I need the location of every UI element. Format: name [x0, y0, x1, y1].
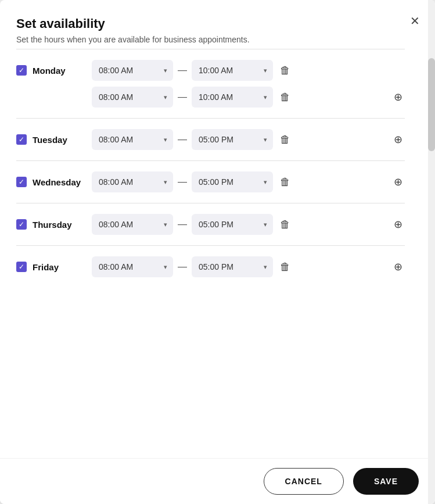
- checkbox-check-wednesday: ✓: [19, 178, 24, 185]
- day-label-area-tuesday: ✓Tuesday: [16, 134, 92, 145]
- delete-row-button-friday-0[interactable]: 🗑: [278, 259, 293, 276]
- checkbox-thursday[interactable]: ✓: [16, 219, 27, 230]
- day-row-tuesday-0: ✓Tuesday08:00 AM▾—05:00 PM▾🗑⊕: [16, 129, 405, 150]
- time-dash-thursday-0: —: [178, 219, 187, 230]
- end-time-wrapper-monday-1: 10:00 AM▾: [192, 87, 273, 108]
- modal-footer: CANCEL SAVE: [0, 458, 435, 504]
- close-button[interactable]: ✕: [408, 13, 422, 29]
- day-name-monday: Monday: [33, 66, 66, 76]
- time-dash-wednesday-0: —: [178, 177, 187, 187]
- modal-title: Set availability: [16, 16, 419, 31]
- start-time-wrapper-monday-0: 08:00 AM▾: [92, 60, 173, 81]
- checkbox-check-tuesday: ✓: [19, 136, 24, 143]
- time-controls-monday-1: 08:00 AM▾—10:00 AM▾🗑⊕: [92, 87, 405, 108]
- start-time-wrapper-friday-0: 08:00 AM▾: [92, 256, 173, 277]
- checkbox-check-friday: ✓: [19, 263, 24, 270]
- add-row-button-wednesday[interactable]: ⊕: [391, 173, 405, 191]
- day-name-friday: Friday: [33, 262, 59, 272]
- set-availability-modal: Set availability Set the hours when you …: [0, 0, 435, 504]
- modal-subtitle: Set the hours when you are available for…: [16, 35, 419, 44]
- day-section-thursday: ✓Thursday08:00 AM▾—05:00 PM▾🗑⊕: [16, 203, 405, 245]
- day-label-area-wednesday: ✓Wednesday: [16, 177, 92, 187]
- end-time-select-monday-1[interactable]: 10:00 AM: [192, 87, 273, 108]
- day-name-wednesday: Wednesday: [33, 177, 81, 187]
- delete-row-button-monday-1[interactable]: 🗑: [278, 89, 293, 106]
- day-label-area-thursday: ✓Thursday: [16, 219, 92, 230]
- add-row-button-monday[interactable]: ⊕: [391, 88, 405, 106]
- start-time-wrapper-thursday-0: 08:00 AM▾: [92, 214, 173, 235]
- time-dash-monday-0: —: [178, 65, 187, 76]
- day-section-wednesday: ✓Wednesday08:00 AM▾—05:00 PM▾🗑⊕: [16, 160, 405, 203]
- checkbox-check-thursday: ✓: [19, 221, 24, 228]
- add-row-button-thursday[interactable]: ⊕: [391, 216, 405, 233]
- time-dash-tuesday-0: —: [178, 134, 187, 145]
- day-section-friday: ✓Friday08:00 AM▾—05:00 PM▾🗑⊕: [16, 245, 405, 288]
- day-row-monday-1: 08:00 AM▾—10:00 AM▾🗑⊕: [16, 87, 405, 108]
- time-controls-wednesday-0: 08:00 AM▾—05:00 PM▾🗑⊕: [92, 171, 405, 192]
- delete-row-button-tuesday-0[interactable]: 🗑: [278, 131, 293, 148]
- end-time-select-wednesday-0[interactable]: 05:00 PM: [192, 171, 273, 192]
- checkbox-check-monday: ✓: [19, 67, 24, 74]
- modal-header: Set availability Set the hours when you …: [0, 0, 435, 49]
- start-time-select-friday-0[interactable]: 08:00 AM: [92, 256, 173, 277]
- time-controls-tuesday-0: 08:00 AM▾—05:00 PM▾🗑⊕: [92, 129, 405, 150]
- delete-row-button-thursday-0[interactable]: 🗑: [278, 216, 293, 233]
- day-section-monday: ✓Monday08:00 AM▾—10:00 AM▾🗑08:00 AM▾—10:…: [16, 49, 405, 118]
- end-time-select-friday-0[interactable]: 05:00 PM: [192, 256, 273, 277]
- checkbox-friday[interactable]: ✓: [16, 262, 27, 272]
- time-controls-friday-0: 08:00 AM▾—05:00 PM▾🗑⊕: [92, 256, 405, 277]
- checkbox-tuesday[interactable]: ✓: [16, 134, 27, 145]
- day-row-monday-0: ✓Monday08:00 AM▾—10:00 AM▾🗑: [16, 60, 405, 81]
- end-time-select-monday-0[interactable]: 10:00 AM: [192, 60, 273, 81]
- time-dash-friday-0: —: [178, 262, 187, 272]
- start-time-select-monday-1[interactable]: 08:00 AM: [92, 87, 173, 108]
- checkbox-monday[interactable]: ✓: [16, 65, 27, 76]
- time-dash-monday-1: —: [178, 92, 187, 102]
- day-name-tuesday: Tuesday: [33, 135, 67, 145]
- day-name-thursday: Thursday: [33, 220, 72, 230]
- end-time-wrapper-wednesday-0: 05:00 PM▾: [192, 171, 273, 192]
- time-controls-thursday-0: 08:00 AM▾—05:00 PM▾🗑⊕: [92, 214, 405, 235]
- day-row-friday-0: ✓Friday08:00 AM▾—05:00 PM▾🗑⊕: [16, 256, 405, 277]
- day-row-wednesday-0: ✓Wednesday08:00 AM▾—05:00 PM▾🗑⊕: [16, 171, 405, 192]
- end-time-wrapper-monday-0: 10:00 AM▾: [192, 60, 273, 81]
- scrollbar-thumb[interactable]: [428, 58, 435, 151]
- end-time-select-thursday-0[interactable]: 05:00 PM: [192, 214, 273, 235]
- day-label-area-friday: ✓Friday: [16, 262, 92, 272]
- checkbox-wednesday[interactable]: ✓: [16, 177, 27, 187]
- start-time-select-tuesday-0[interactable]: 08:00 AM: [92, 129, 173, 150]
- add-row-button-tuesday[interactable]: ⊕: [391, 131, 405, 148]
- cancel-button[interactable]: CANCEL: [264, 468, 344, 495]
- start-time-wrapper-monday-1: 08:00 AM▾: [92, 87, 173, 108]
- start-time-wrapper-wednesday-0: 08:00 AM▾: [92, 171, 173, 192]
- delete-row-button-wednesday-0[interactable]: 🗑: [278, 174, 293, 191]
- save-button[interactable]: SAVE: [353, 468, 419, 495]
- day-label-area-monday: ✓Monday: [16, 65, 92, 76]
- day-section-tuesday: ✓Tuesday08:00 AM▾—05:00 PM▾🗑⊕: [16, 118, 405, 160]
- add-row-button-friday[interactable]: ⊕: [391, 258, 405, 276]
- days-content: ✓Monday08:00 AM▾—10:00 AM▾🗑08:00 AM▾—10:…: [0, 49, 428, 458]
- end-time-wrapper-friday-0: 05:00 PM▾: [192, 256, 273, 277]
- start-time-select-wednesday-0[interactable]: 08:00 AM: [92, 171, 173, 192]
- start-time-select-thursday-0[interactable]: 08:00 AM: [92, 214, 173, 235]
- start-time-wrapper-tuesday-0: 08:00 AM▾: [92, 129, 173, 150]
- day-row-thursday-0: ✓Thursday08:00 AM▾—05:00 PM▾🗑⊕: [16, 214, 405, 235]
- end-time-wrapper-thursday-0: 05:00 PM▾: [192, 214, 273, 235]
- delete-row-button-monday-0[interactable]: 🗑: [278, 62, 293, 79]
- start-time-select-monday-0[interactable]: 08:00 AM: [92, 60, 173, 81]
- end-time-wrapper-tuesday-0: 05:00 PM▾: [192, 129, 273, 150]
- time-controls-monday-0: 08:00 AM▾—10:00 AM▾🗑: [92, 60, 405, 81]
- end-time-select-tuesday-0[interactable]: 05:00 PM: [192, 129, 273, 150]
- scrollbar-track: [428, 0, 435, 504]
